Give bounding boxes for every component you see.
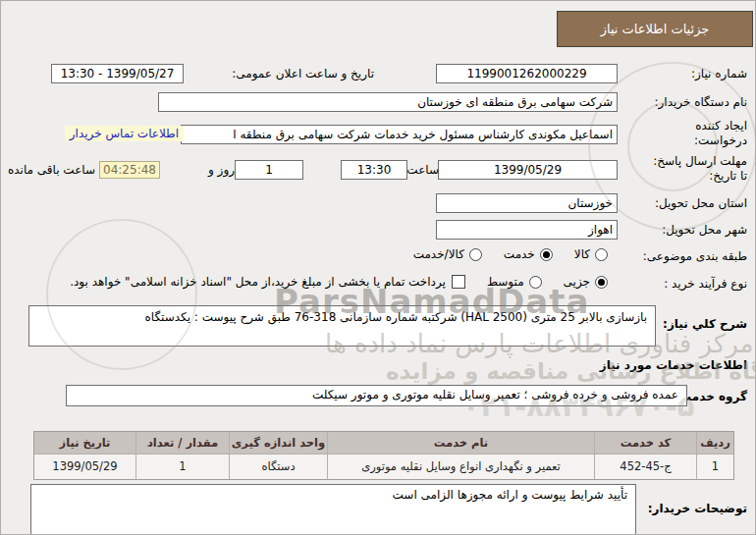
radio-goods-icon[interactable] [595,248,608,261]
buyer-notes-label: توضیحات خریدار: [648,502,747,515]
category-label: طبقه بندی موضوعی: [643,249,747,263]
treasury-checkbox[interactable] [452,275,465,289]
buyer-org-label: نام دستگاه خریدار: [655,95,748,109]
category-option-goods-service[interactable]: کالا/خدمت [413,247,482,261]
treasury-option[interactable]: پرداخت تمام یا بخشی از مبلغ خرید،از محل … [70,275,465,289]
radio-minor-icon[interactable] [595,276,608,289]
creator-input[interactable]: اسماعیل مکوندی کارشناس مسئول خرید خدمات … [181,125,618,144]
creator-label-line1: ایجاد کننده [695,119,747,133]
services-table: ردیف کد خدمت نام خدمت واحد اندازه گیری م… [33,431,734,480]
need-description-box: بازسازی بالابر 25 متری (HAL 2500) شرکتبه… [28,305,656,347]
col-quantity: مقدار / تعداد [135,432,229,455]
title-banner: جزئیات اطلاعات نیاز [557,11,753,47]
process-option-minor[interactable]: جزیی [564,275,608,289]
category-option-service-label: خدمت [504,247,535,261]
col-unit: واحد اندازه گیری [229,432,327,455]
service-name-cell: تعمیر و نگهداری انواع وسایل نقلیه موتوری [327,455,594,479]
category-option-goods-label: کالا [574,247,590,261]
category-option-goods[interactable]: کالا [574,247,608,261]
category-option-goods-service-label: کالا/خدمت [413,247,464,261]
announce-datetime-label: تاریخ و ساعت اعلان عمومی: [232,67,374,80]
services-heading: اطلاعات خدمات مورد نیاز [600,358,747,372]
col-row-number: ردیف [696,432,733,455]
process-options: جزیی متوسط پرداخت تمام یا بخشی از مبلغ خ… [70,275,608,289]
page-title: جزئیات اطلاعات نیاز [601,22,710,36]
need-number-input[interactable]: 1199001262000229 [436,64,618,83]
quantity-cell: 1 [135,455,229,479]
category-option-service[interactable]: خدمت [504,247,553,261]
province-input[interactable]: خوزستان [436,193,618,213]
process-option-medium-label: متوسط [487,275,524,289]
radio-goods-service-icon[interactable] [469,248,482,261]
days-remaining-input[interactable]: 1 [235,160,303,180]
watermark-circle-bottom-left [46,219,197,370]
process-option-medium[interactable]: متوسط [487,275,542,289]
hours-remaining-label: ساعت باقی مانده [8,163,95,177]
radio-medium-icon[interactable] [529,276,542,289]
days-label: روز و [208,163,235,177]
service-group-text: عمده فروشی و خرده فروشی ؛ تعمیر وسایل نق… [312,388,678,401]
col-need-date: تاریخ نیاز [34,432,135,455]
category-options: کالا خدمت کالا/خدمت [413,247,608,261]
deadline-label-line2: تا تاریخ: [709,169,747,183]
service-code-cell: ج-45-452 [594,455,696,479]
need-description-text: بازسازی بالابر 25 متری (HAL 2500) شرکتبه… [145,310,648,324]
buyer-contact-link[interactable]: اطلاعات تماس خریدار [65,126,184,141]
city-input[interactable]: اهواز [436,220,618,240]
deadline-label-line1: مهلت ارسال پاسخ: [653,154,747,168]
creator-label-line2: درخواست: [694,134,747,147]
unit-cell: دستگاه [229,455,327,479]
need-description-label: شرح کلي نیاز: [663,317,747,331]
radio-service-icon[interactable] [540,248,553,261]
need-date-cell: 1399/05/29 [34,455,135,479]
buyer-org-input[interactable]: شرکت سهامی برق منطقه ای خوزستان [158,92,618,112]
deadline-hour-label: ساعت [406,163,439,177]
need-details-page: جزئیات اطلاعات نیاز شماره نیاز: 11990012… [0,0,756,535]
buyer-notes-text: تأیید شرایط پیوست و ارائه مجوزها الزامی … [393,488,627,502]
deadline-date-input[interactable]: 1399/05/29 [438,160,618,180]
table-header-row: ردیف کد خدمت نام خدمت واحد اندازه گیری م… [34,432,733,455]
province-label: استان محل تحویل: [655,196,747,210]
process-label: نوع فرآیند خرید : [664,277,747,291]
buyer-notes-box: تأیید شرایط پیوست و ارائه مجوزها الزامی … [30,484,636,535]
countdown-timer: 04:25:48 [99,161,160,179]
announce-datetime-input[interactable]: 1399/05/27 - 13:30 [51,64,184,83]
process-option-minor-label: جزیی [564,275,590,289]
col-service-code: کد خدمت [594,432,696,455]
service-group-box: عمده فروشی و خرده فروشی ؛ تعمیر وسایل نق… [66,385,687,406]
city-label: شهر محل تحویل: [662,223,747,237]
table-row: 1 ج-45-452 تعمیر و نگهداری انواع وسایل ن… [34,455,733,479]
need-number-label: شماره نیاز: [691,67,747,80]
treasury-label: پرداخت تمام یا بخشی از مبلغ خرید،از محل … [70,275,446,289]
row-number-cell: 1 [696,455,733,479]
col-service-name: نام خدمت [327,432,594,455]
deadline-time-input[interactable]: 13:30 [341,160,407,180]
